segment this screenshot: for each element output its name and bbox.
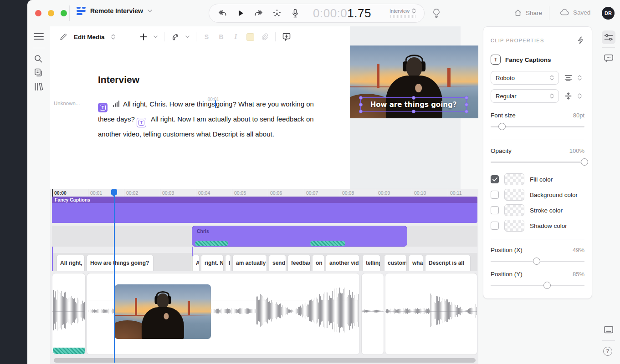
color-swatch[interactable]	[504, 220, 524, 232]
transcript-paragraph[interactable]: TAll right, Chris. How are things00:01go…	[98, 97, 331, 141]
caption-clip-icon[interactable]: T	[137, 118, 146, 127]
transcript-text[interactable]: All right, Chris. How are things	[123, 100, 215, 108]
vertical-align-icon[interactable]	[564, 92, 572, 100]
pencil-icon[interactable]	[59, 33, 67, 41]
captions-track-body[interactable]	[52, 203, 477, 223]
color-swatch[interactable]	[504, 204, 524, 216]
chevron-updown-icon[interactable]	[578, 93, 582, 99]
playhead[interactable]	[114, 189, 115, 363]
audio-clip-card[interactable]	[52, 273, 86, 355]
edit-mode-selector[interactable]: Edit Media	[74, 34, 105, 40]
horizontal-scrollbar[interactable]	[54, 358, 476, 363]
redo-button[interactable]	[254, 8, 264, 18]
project-switcher[interactable]: Remote Interview	[77, 6, 152, 15]
color-checkbox[interactable]	[491, 191, 499, 199]
properties-panel-toggle[interactable]	[602, 30, 615, 44]
bottom-panel-toggle[interactable]	[604, 325, 614, 334]
menu-hamburger-icon[interactable]	[34, 33, 44, 40]
caption-word-block[interactable]: How are things going?	[87, 255, 154, 271]
composition-selector[interactable]: Interview	[389, 8, 416, 18]
selection-handle[interactable]	[465, 103, 468, 106]
playhead-handle[interactable]	[111, 189, 117, 195]
caption-word-block[interactable]: what	[409, 255, 423, 271]
selection-handle[interactable]	[412, 96, 415, 100]
color-swatch[interactable]	[504, 173, 524, 185]
caption-word-block[interactable]: customers	[384, 255, 407, 271]
timecode-display[interactable]: 0:00:01.75	[313, 6, 371, 20]
text-align-icon[interactable]	[564, 75, 572, 81]
color-checkbox[interactable]	[491, 222, 499, 230]
caption-word-block[interactable]: telling	[362, 255, 380, 271]
caption-word-block[interactable]: A	[192, 255, 200, 271]
ai-voice-icon[interactable]	[272, 8, 282, 18]
video-preview[interactable]: How are things going?	[350, 46, 478, 118]
play-button[interactable]	[236, 8, 246, 18]
caption-word-block[interactable]: send	[269, 255, 286, 271]
document-title[interactable]: Interview	[98, 74, 139, 85]
captions-track-header[interactable]: Fancy Captions	[52, 197, 477, 203]
video-clip-thumbnail[interactable]	[115, 284, 211, 339]
color-swatch[interactable]	[504, 189, 524, 201]
saved-status[interactable]: Saved	[559, 9, 590, 16]
chevron-updown-icon[interactable]	[111, 34, 115, 40]
share-button[interactable]: Share	[514, 9, 542, 17]
opacity-slider[interactable]	[491, 158, 584, 166]
search-icon[interactable]	[34, 54, 43, 63]
bolt-icon[interactable]	[577, 36, 584, 45]
position-x-slider[interactable]	[491, 257, 584, 265]
undo-button[interactable]	[217, 8, 227, 18]
speaker-label[interactable]: Unknown...	[54, 101, 80, 106]
italic-icon[interactable]: I	[232, 33, 240, 40]
slider-thumb[interactable]	[581, 158, 588, 166]
font-style-select[interactable]: Regular	[491, 89, 559, 103]
chevron-updown-icon[interactable]	[578, 75, 582, 81]
slider-thumb[interactable]	[543, 282, 551, 289]
highlight-icon[interactable]	[246, 33, 254, 41]
caption-word-block[interactable]: All right,	[56, 255, 85, 271]
slider-thumb[interactable]	[533, 258, 540, 265]
color-checkbox[interactable]	[491, 206, 499, 214]
font-family-select[interactable]: Roboto	[491, 71, 559, 85]
caption-word-block[interactable]: on	[312, 255, 324, 271]
pages-icon[interactable]	[34, 68, 43, 77]
caption-word-block[interactable]: Descript is all	[425, 255, 471, 271]
minimize-window-button[interactable]	[48, 10, 54, 16]
position-y-slider[interactable]	[491, 281, 584, 289]
bold-icon[interactable]: B	[217, 33, 225, 40]
caption-word-block[interactable]: feedback	[287, 255, 311, 271]
zoom-window-button[interactable]	[61, 10, 67, 16]
close-window-button[interactable]	[35, 10, 41, 16]
microphone-icon[interactable]	[290, 8, 300, 18]
comments-icon[interactable]	[604, 54, 614, 63]
chevron-down-icon[interactable]	[154, 35, 158, 38]
caption-word-block[interactable]: right. N	[201, 255, 224, 271]
caption-clip-icon[interactable]: T	[98, 103, 108, 112]
add-comment-icon[interactable]	[282, 32, 291, 41]
caption-word-block[interactable]: another video	[326, 255, 359, 271]
color-checkbox[interactable]	[491, 175, 499, 183]
style-tool-icon[interactable]	[171, 33, 179, 41]
selection-handle[interactable]	[465, 96, 468, 100]
audio-clip-card[interactable]	[385, 273, 477, 355]
tips-lightbulb-button[interactable]	[432, 8, 441, 18]
selection-handle[interactable]	[412, 110, 415, 113]
caption-word-block[interactable]: am actually	[232, 255, 267, 271]
selection-handle[interactable]	[359, 103, 363, 106]
caption-overlay-selection[interactable]: How are things going?	[360, 97, 467, 112]
audio-clip-card[interactable]	[361, 273, 384, 355]
audio-bars-icon[interactable]	[113, 101, 119, 107]
paperclip-icon[interactable]	[261, 33, 269, 41]
chevron-down-icon[interactable]	[185, 35, 190, 38]
selection-handle[interactable]	[359, 96, 363, 100]
insert-plus-button[interactable]	[140, 33, 147, 40]
library-icon[interactable]	[34, 82, 43, 91]
avatar[interactable]: DR	[602, 7, 615, 20]
strikethrough-icon[interactable]: S	[203, 33, 211, 40]
help-button[interactable]	[603, 347, 612, 356]
slider-thumb[interactable]	[498, 123, 506, 130]
selection-handle[interactable]	[465, 110, 468, 113]
speaker-clip[interactable]: Chris	[192, 226, 407, 247]
caption-word-block[interactable]: I	[225, 255, 231, 271]
font-size-slider[interactable]	[491, 122, 584, 131]
selection-handle[interactable]	[359, 110, 363, 113]
